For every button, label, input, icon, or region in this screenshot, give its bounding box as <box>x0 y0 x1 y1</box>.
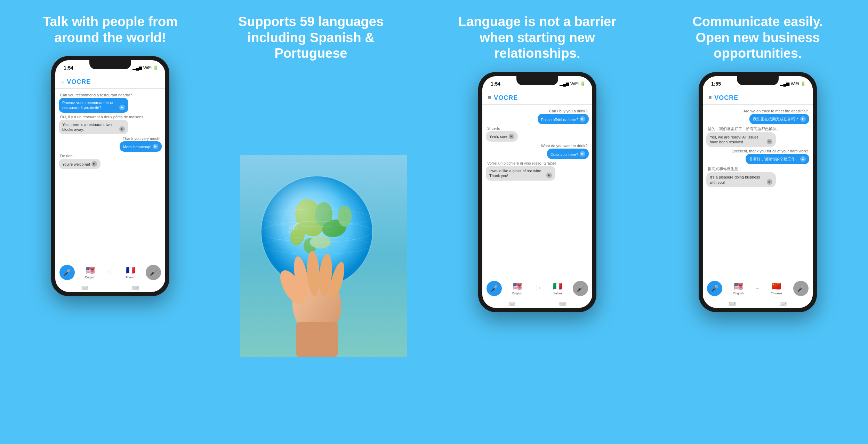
bottom-bar-3: 🎤 🇺🇸 English 〈 〉 🇮🇹 Italian 🎤 <box>482 277 592 300</box>
mic-button-gray-1[interactable]: 🎤 <box>146 265 161 280</box>
app-header-4: ≡ VOCRE <box>703 92 813 105</box>
play-p3-2[interactable]: ▶ <box>509 134 514 139</box>
p3-msg-2: Si certo Yeah, sure ▶ <box>486 126 589 142</box>
panel-3: Language is not a barrier when starting … <box>427 0 648 444</box>
flag-3-1: 🇺🇸 <box>513 282 522 291</box>
chat-area-1: Can you recommend a restaurant nearby? P… <box>55 89 165 261</box>
app-header-3: ≡ VOCRE <box>482 92 592 105</box>
lang-label-1: English <box>85 276 96 279</box>
p4-msg-1: Are we on track to meet the deadline? 我们… <box>706 109 809 124</box>
lang-selector-2[interactable]: 🇫🇷 French <box>126 266 135 279</box>
panel-4: Communicate easily. Open new business op… <box>648 0 868 444</box>
msg-1: Can you recommend a restaurant nearby? P… <box>59 93 162 113</box>
keyboard-icon-1[interactable]: ⌨ <box>81 285 88 291</box>
lang-selector-3[interactable]: 🇺🇸 English <box>512 282 523 295</box>
keyboard-icon-6[interactable]: ⌨ <box>780 301 787 307</box>
time-1: 1:54 <box>64 65 73 71</box>
play-p3-3[interactable]: ▶ <box>580 151 585 157</box>
flag-3-2: 🇮🇹 <box>553 282 562 291</box>
app-logo-4: VOCRE <box>714 94 738 102</box>
keyboard-icon-3[interactable]: ⌨ <box>508 301 515 307</box>
keyboard-row-3: ⌨ ⌨ <box>482 300 592 308</box>
lang-label-4-1: English <box>733 292 744 295</box>
bottom-bar-4: 🎤 🇺🇸 English → 🇨🇳 Chinese 🎤 <box>703 277 813 300</box>
flag-1: 🇺🇸 <box>86 266 95 275</box>
lang-label-3-2: Italian <box>553 292 562 295</box>
phone-1: 1:54 ▂▄▆ WiFi 🔋 ≡ VOCRE Can you recommen… <box>51 56 169 296</box>
mic-button-blue-4[interactable]: 🎤 <box>707 281 722 296</box>
arrows-3: 〈 〉 <box>533 285 542 296</box>
lang-label-3-1: English <box>512 292 523 295</box>
app-logo-1: VOCRE <box>67 78 91 86</box>
keyboard-row-1: ⌨ ⌨ <box>55 284 165 292</box>
status-bar-4: 1:55 ▂▄▆ WiFi 🔋 <box>703 76 813 92</box>
mic-button-gray-4[interactable]: 🎤 <box>793 281 809 296</box>
status-icons-1: ▂▄▆ WiFi 🔋 <box>132 65 158 70</box>
status-bar-3: 1:54 ▂▄▆ WiFi 🔋 <box>482 76 592 92</box>
panel3-heading: Language is not a barrier when starting … <box>447 14 628 62</box>
lang-selector-1[interactable]: 🇺🇸 English <box>85 266 96 279</box>
phone-3: 1:54 ▂▄▆ WiFi 🔋 ≡ VOCRE Can I buy you a … <box>478 72 596 312</box>
notch-4 <box>737 76 779 85</box>
panel1-heading: Talk with people from around the world! <box>20 14 201 46</box>
flag-2: 🇫🇷 <box>126 266 135 275</box>
play-btn-3[interactable]: ▶ <box>153 144 158 149</box>
p3-msg-1: Can I buy you a drink? Posso offrirti da… <box>486 109 589 124</box>
app-logo-3: VOCRE <box>494 94 518 102</box>
arrows-1: 〈 〉 <box>106 269 115 280</box>
notch-1 <box>89 60 131 69</box>
keyboard-row-4: ⌨ ⌨ <box>703 300 813 308</box>
panel4-heading: Communicate easily. Open new business op… <box>667 14 848 62</box>
mic-button-blue-3[interactable]: 🎤 <box>487 281 502 296</box>
lang-label-2: French <box>126 276 135 279</box>
flag-4-1: 🇺🇸 <box>734 282 743 291</box>
arrow-to-cn: → <box>755 286 760 296</box>
keyboard-icon-5[interactable]: ⌨ <box>729 301 736 307</box>
panel2-heading: Supports 59 languages including Spanish … <box>220 0 401 69</box>
panel-1: Talk with people from around the world! … <box>0 0 220 444</box>
chat-area-3: Can I buy you a drink? Posso offrirti da… <box>482 105 592 277</box>
p4-msg-2: 是的，我们准备好了！所有问题都已解决。 Yes, we are ready! A… <box>706 126 809 147</box>
lang-selector-4-2[interactable]: 🇨🇳 Chinese <box>771 282 782 295</box>
p3-msg-3: What do you want to drink? Cosa vuoi ber… <box>486 144 589 159</box>
flag-4-2: 🇨🇳 <box>772 282 781 291</box>
mic-button-blue-1[interactable]: 🎤 <box>59 265 75 280</box>
msg-3: Thank you very much! Merci beaucoup! ▶ <box>59 136 162 152</box>
globe-area: ATLANTIC OCEAN <box>220 69 427 444</box>
menu-icon-3[interactable]: ≡ <box>488 95 491 101</box>
play-p3-4[interactable]: ▶ <box>546 173 552 178</box>
menu-icon-1[interactable]: ≡ <box>61 79 64 85</box>
menu-icon-4[interactable]: ≡ <box>708 95 712 101</box>
globe-svg: ATLANTIC OCEAN <box>240 155 407 357</box>
p3-msg-4: Vorrei un bicchiere di vino rosso. Grazi… <box>486 161 589 181</box>
p4-msg-3: Excellent, thank you for all of your har… <box>706 149 809 164</box>
play-btn-4[interactable]: ▶ <box>91 161 97 167</box>
lang-selector-3-2[interactable]: 🇮🇹 Italian <box>553 282 562 295</box>
play-p4-1[interactable]: ▶ <box>800 116 806 122</box>
play-p4-3[interactable]: ▶ <box>800 156 806 162</box>
phone-4: 1:55 ▂▄▆ WiFi 🔋 ≡ VOCRE Are we on track … <box>699 72 817 312</box>
lang-label-4-2: Chinese <box>771 292 782 295</box>
status-icons-3: ▂▄▆ WiFi 🔋 <box>560 81 585 86</box>
msg-4: De rien! You're welcome! ▶ <box>59 154 162 169</box>
app-header-1: ≡ VOCRE <box>55 76 165 89</box>
play-p4-2[interactable]: ▶ <box>767 139 772 144</box>
panel-2: Supports 59 languages including Spanish … <box>220 0 427 444</box>
play-btn-2[interactable]: ▶ <box>119 126 125 132</box>
lang-selector-4-1[interactable]: 🇺🇸 English <box>733 282 744 295</box>
status-bar-1: 1:54 ▂▄▆ WiFi 🔋 <box>55 60 165 76</box>
svg-rect-21 <box>296 322 338 357</box>
keyboard-icon-2[interactable]: ⌨ <box>132 285 139 291</box>
keyboard-icon-4[interactable]: ⌨ <box>559 301 566 307</box>
mic-button-gray-3[interactable]: 🎤 <box>573 281 588 296</box>
play-p3-1[interactable]: ▶ <box>580 116 585 122</box>
bottom-bar-1: 🎤 🇺🇸 English 〈 〉 🇫🇷 French 🎤 <box>55 261 165 284</box>
notch-3 <box>516 76 558 85</box>
status-icons-4: ▂▄▆ WiFi 🔋 <box>780 81 806 86</box>
chat-area-4: Are we on track to meet the deadline? 我们… <box>703 105 813 277</box>
msg-2: Oui, il y a un restaurant à deux pâtés d… <box>59 115 162 135</box>
play-p4-4[interactable]: ▶ <box>767 179 772 185</box>
time-4: 1:55 <box>711 81 721 87</box>
p4-msg-4: 很高兴和你做生意！ It's a pleasure doing business… <box>706 166 809 187</box>
play-btn[interactable]: ▶ <box>119 105 125 110</box>
